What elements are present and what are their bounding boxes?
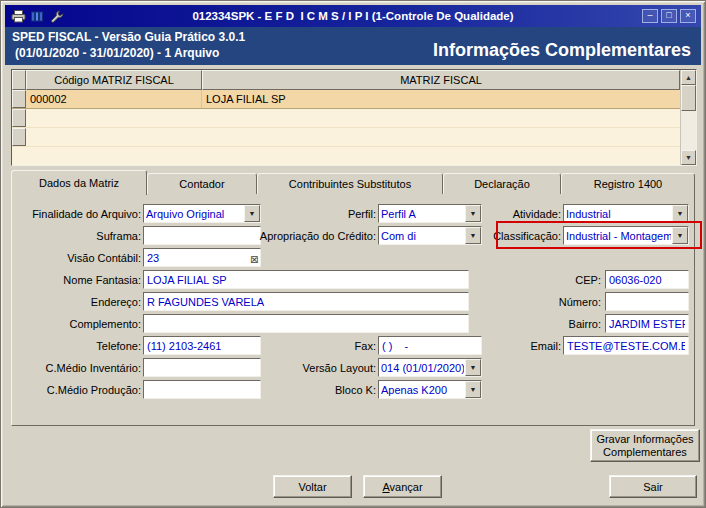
email-label: Email: [481,336,561,355]
versao-layout-select[interactable]: 014 (01/01/2020) ▼ [378,358,482,377]
chevron-down-icon: ▼ [677,210,684,217]
columns-icon[interactable] [29,9,46,24]
scrollbar-thumb[interactable] [681,85,696,111]
visao-contabil-label: Visão Contábil: [13,248,141,267]
title-bar: 012334SPK - E F D I C M S / I P I (1-Con… [5,5,701,27]
complemento-label: Complemento: [13,314,141,333]
tab-dados-da-matriz[interactable]: Dados da Matriz [11,170,147,195]
grid-header-matriz[interactable]: MATRIZ FISCAL [202,70,680,90]
close-button[interactable]: × [680,9,696,23]
voltar-button[interactable]: Voltar [273,475,352,498]
printer-icon[interactable] [10,9,27,24]
nome-fantasia-label: Nome Fantasia: [13,270,141,289]
endereco-input[interactable] [143,292,469,311]
telefone-input[interactable] [143,336,261,355]
matriz-fiscal-grid: Código MATRIZ FISCAL MATRIZ FISCAL 00000… [11,69,697,166]
perfil-label: Perfil: [250,204,376,223]
endereco-label: Endereço: [13,292,141,311]
cell-codigo: 000002 [26,90,202,108]
tab-contribuintes-substitutos[interactable]: Contribuintes Substitutos [257,173,443,194]
sair-button[interactable]: Sair [609,475,697,498]
suframa-input[interactable] [143,226,261,245]
email-input[interactable] [563,336,689,355]
arrow-up-icon: ▲ [685,74,692,81]
grid-scrollbar[interactable]: ▲ ▼ [680,70,696,165]
finalidade-label: Finalidade do Arquivo: [13,204,141,223]
atividade-dropdown-button[interactable]: ▼ [672,205,688,222]
tab-contador[interactable]: Contador [147,173,257,194]
avancar-button-label: Avançar [370,481,435,493]
atividade-label: Atividade: [479,204,561,223]
window-title: 012334SPK - E F D I C M S / I P I (1-Con… [67,10,639,22]
versao-layout-label: Versão Layout: [250,358,376,377]
tab-registro-1400[interactable]: Registro 1400 [561,173,695,194]
sair-button-label: Sair [616,481,690,493]
perfil-select[interactable]: Perfil A ▼ [378,204,482,223]
grid-row-selected[interactable]: 000002 LOJA FILIAL SP [12,90,680,109]
cell-matriz: LOJA FILIAL SP [202,90,680,108]
gravar-button-line2: Complementares [593,446,697,459]
gravar-button-line1: Gravar Informações [593,433,697,446]
nome-fantasia-input[interactable] [143,270,469,289]
apropriacao-select[interactable]: Com di ▼ [378,226,482,245]
finalidade-select[interactable]: Arquivo Original ▼ [143,204,261,223]
classificacao-value: Industrial - Montagem [566,227,671,244]
chevron-down-icon: ▼ [470,364,477,371]
versao-layout-dropdown-button[interactable]: ▼ [465,359,481,376]
scroll-down-button[interactable]: ▼ [681,150,696,165]
arrow-down-icon: ▼ [685,154,692,161]
bloco-k-dropdown-button[interactable]: ▼ [465,381,481,398]
visao-contabil-input[interactable] [143,248,261,267]
numero-label: Número: [521,292,601,311]
grid-corner-cell [12,70,26,90]
grid-empty-row[interactable] [12,109,680,128]
application-window: 012334SPK - E F D I C M S / I P I (1-Con… [0,0,706,508]
atividade-select[interactable]: Industrial ▼ [563,204,689,223]
numero-input[interactable] [605,292,689,311]
gravar-informacoes-button[interactable]: Gravar Informações Complementares [590,429,700,462]
classificacao-select[interactable]: Industrial - Montagem ▼ [563,226,689,245]
apropriacao-label: Apropriação do Crédito: [250,226,376,245]
grid-empty-area [12,147,680,165]
row-indicator [12,109,26,127]
app-subtitle-line1: SPED FISCAL - Versão Guia Prático 3.0.1 [12,30,245,44]
bairro-label: Bairro: [521,314,601,333]
maximize-button[interactable]: □ [661,9,677,23]
telefone-label: Telefone: [13,336,141,355]
versao-layout-value: 014 (01/01/2020) [381,359,464,376]
classificacao-label: Classificação: [479,226,561,245]
scroll-up-button[interactable]: ▲ [681,70,696,85]
chevron-down-icon: ▼ [677,232,684,239]
cmedio-inventario-input[interactable] [143,358,261,377]
bloco-k-value: Apenas K200 [381,381,464,398]
clear-box-icon[interactable]: ⊠ [250,255,258,265]
fax-label: Fax: [250,336,376,355]
grid-header-codigo[interactable]: Código MATRIZ FISCAL [26,70,202,90]
cep-label: CEP: [521,270,601,289]
wrench-icon[interactable] [48,9,65,24]
perfil-value: Perfil A [381,205,464,222]
cep-input[interactable] [605,270,689,289]
complemento-input[interactable] [143,314,469,333]
cmedio-producao-label: C.Médio Produção: [13,380,141,399]
tab-declaracao[interactable]: Declaração [443,173,561,194]
fax-input[interactable] [378,336,482,355]
suframa-label: Suframa: [13,226,141,245]
atividade-value: Industrial [566,205,671,222]
bloco-k-label: Bloco K: [250,380,376,399]
finalidade-value: Arquivo Original [146,205,243,222]
bairro-input[interactable] [605,314,689,333]
classificacao-dropdown-button[interactable]: ▼ [672,227,688,244]
chevron-down-icon: ▼ [470,210,477,217]
row-indicator [12,128,26,146]
grid-empty-row[interactable] [12,128,680,147]
cmedio-inventario-label: C.Médio Inventário: [13,358,141,377]
chevron-down-icon: ▼ [470,386,477,393]
bloco-k-select[interactable]: Apenas K200 ▼ [378,380,482,399]
minimize-button[interactable]: – [642,9,658,23]
row-indicator [12,90,26,108]
app-header: SPED FISCAL - Versão Guia Prático 3.0.1 … [5,27,701,65]
apropriacao-value: Com di [381,227,464,244]
cmedio-producao-input[interactable] [143,380,261,399]
avancar-button[interactable]: Avançar [363,475,442,498]
